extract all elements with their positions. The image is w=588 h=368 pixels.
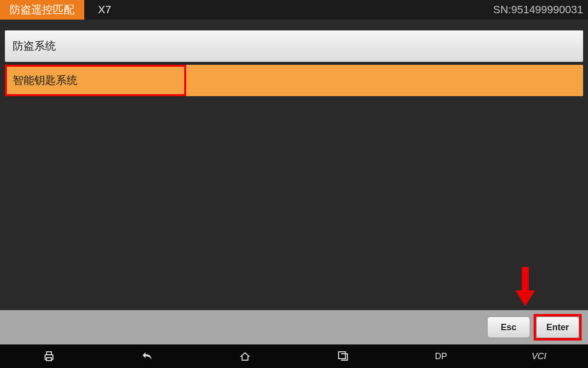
enter-button[interactable]: Enter: [536, 316, 579, 338]
nav-vci-label: VCI: [532, 351, 546, 362]
header-serial: SN:951499990031: [493, 3, 584, 16]
header-title: 防盗遥控匹配: [0, 0, 84, 20]
nav-dp-button[interactable]: DP: [426, 344, 456, 368]
nav-recent-button[interactable]: [328, 344, 358, 368]
list-item-label: 智能钥匙系统: [13, 73, 77, 88]
home-icon: [239, 350, 251, 363]
enter-button-wrapper: Enter: [536, 316, 579, 338]
recent-apps-icon: [337, 350, 349, 363]
footer-button-bar: Esc Enter: [0, 310, 588, 344]
print-icon: [43, 350, 55, 363]
esc-button[interactable]: Esc: [487, 316, 530, 338]
svg-rect-1: [47, 352, 51, 355]
header-bar: 防盗遥控匹配 X7 SN:951499990031: [0, 0, 588, 20]
header-left: 防盗遥控匹配 X7: [0, 0, 111, 20]
list-item-smartkey[interactable]: 智能钥匙系统: [5, 65, 583, 96]
content-area: 防盗系统 智能钥匙系统: [0, 30, 588, 96]
list-item-antitheft[interactable]: 防盗系统: [5, 30, 583, 62]
nav-back-button[interactable]: [132, 344, 162, 368]
back-icon: [141, 350, 153, 363]
list-item-label: 防盗系统: [13, 39, 56, 53]
esc-button-label: Esc: [501, 322, 516, 333]
header-model: X7: [98, 3, 111, 16]
svg-rect-3: [339, 352, 345, 359]
nav-print-button[interactable]: [34, 344, 64, 368]
nav-home-button[interactable]: [230, 344, 260, 368]
nav-dp-label: DP: [435, 351, 447, 362]
nav-bar: DP VCI: [0, 344, 588, 368]
enter-button-label: Enter: [546, 322, 569, 333]
arrow-down-icon: [515, 267, 535, 306]
nav-vci-button[interactable]: VCI: [524, 344, 554, 368]
svg-rect-2: [47, 358, 51, 361]
